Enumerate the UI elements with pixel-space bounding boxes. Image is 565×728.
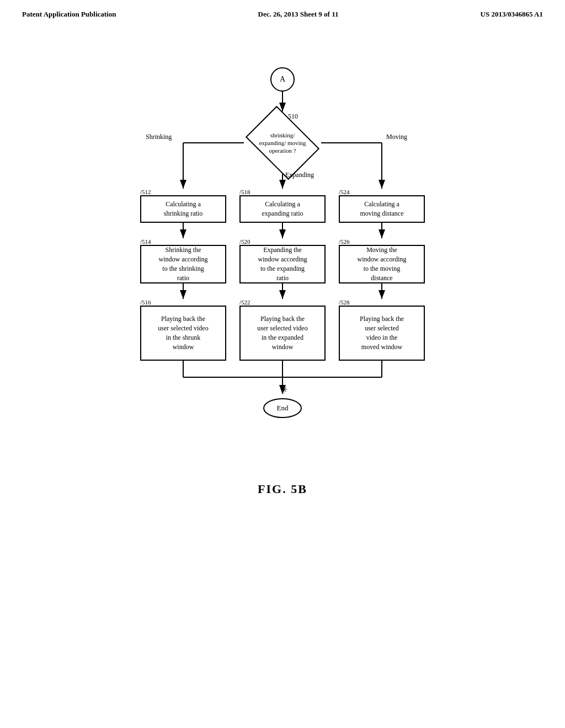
flowchart-container: ✳ A 510 shrinking/expanding/ movingopera…	[100, 63, 465, 460]
node-528: Playing back theuser selectedvideo in th…	[339, 306, 425, 361]
node-518: Calculating aexpanding ratio	[239, 195, 326, 223]
node-526: Moving thewindow accordingto the movingd…	[339, 245, 425, 283]
start-node: A	[270, 67, 295, 92]
node-516: Playing back theuser selected videoin th…	[140, 306, 226, 361]
ref-526: /526	[339, 238, 350, 245]
branch-shrinking-label: Shrinking	[146, 133, 172, 141]
node-514: Shrinking thewindow accordingto the shri…	[140, 245, 226, 283]
ref-516: /516	[140, 299, 151, 306]
fig-label: FIG. 5B	[258, 482, 307, 496]
ref-522: /522	[239, 299, 250, 306]
node-520: Expanding thewindow accordingto the expa…	[239, 245, 326, 283]
page-wrapper: Patent Application Publication Dec. 26, …	[0, 0, 565, 496]
node-512: Calculating ashrinking ratio	[140, 195, 226, 223]
decision-diamond: shrinking/expanding/ movingoperation ?	[244, 115, 321, 170]
diagram-area: ✳ A 510 shrinking/expanding/ movingopera…	[0, 19, 565, 496]
ref-518: /518	[239, 189, 250, 195]
ref-524: /524	[339, 189, 350, 195]
branch-moving-label: Moving	[386, 133, 407, 141]
branch-expanding-label: Expanding	[285, 171, 314, 179]
ref-514: /514	[140, 238, 151, 245]
node-522: Playing back theuser selected videoin th…	[239, 306, 326, 361]
ref-520: /520	[239, 238, 250, 245]
end-node: End	[263, 398, 302, 418]
page-header: Patent Application Publication Dec. 26, …	[0, 0, 565, 19]
header-left: Patent Application Publication	[22, 10, 116, 19]
header-center: Dec. 26, 2013 Sheet 9 of 11	[258, 10, 339, 19]
svg-text:✳: ✳	[280, 385, 287, 394]
ref-528: /528	[339, 299, 350, 306]
header-right: US 2013/0346865 A1	[481, 10, 543, 19]
node-524: Calculating amoving distance	[339, 195, 425, 223]
ref-512: /512	[140, 189, 151, 195]
